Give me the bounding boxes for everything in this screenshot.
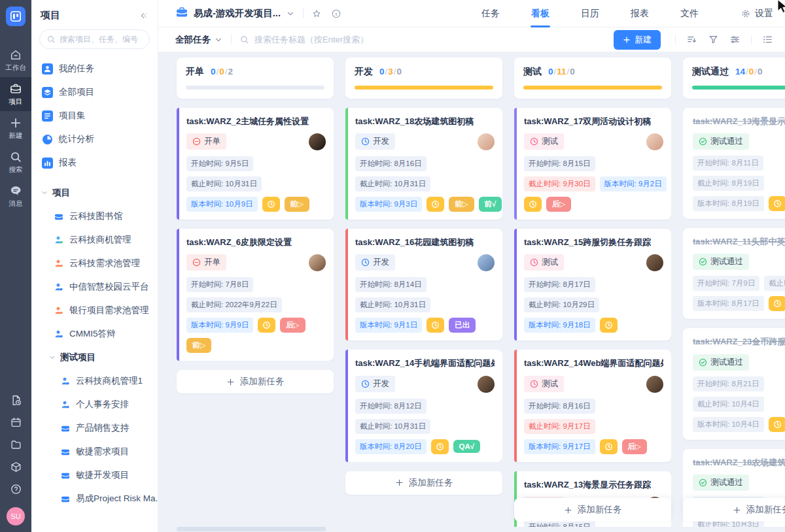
package-icon[interactable] <box>10 461 22 473</box>
rail-item-label: 搜索 <box>9 165 23 175</box>
project-item-label: 云科技需求池管理 <box>69 258 140 269</box>
status-check-icon <box>699 137 707 146</box>
sidebar-menu-user[interactable]: 我的任务 <box>31 57 158 80</box>
priority-stripe <box>177 229 179 361</box>
sort-icon[interactable] <box>686 34 697 45</box>
add-task-button[interactable]: 添加新任务 <box>177 370 334 393</box>
status-label: 测试通过 <box>710 136 743 147</box>
sidebar-search-input[interactable] <box>60 35 143 44</box>
menu-label: 统计分析 <box>59 133 94 145</box>
rail-item-workbench[interactable]: 工作台 <box>0 43 31 77</box>
sidebar-menu-stack[interactable]: 全部项目 <box>31 80 158 104</box>
rail-item-label: 项目 <box>9 97 23 107</box>
sidebar-menu-collection[interactable]: 项目集 <box>31 104 158 127</box>
task-search-input[interactable] <box>254 35 614 44</box>
status-label: 测试通过 <box>710 357 743 368</box>
clock-chip <box>258 318 275 333</box>
add-task-button[interactable]: 添加新任务 <box>683 498 785 522</box>
folder-icon[interactable] <box>10 439 22 451</box>
info-icon[interactable] <box>331 8 341 19</box>
task-search[interactable] <box>239 35 614 44</box>
rail-item-new[interactable]: 新建 <box>0 111 31 145</box>
tree-group[interactable]: 项目 <box>31 181 158 205</box>
task-scope-dropdown[interactable]: 全部任务 <box>175 34 223 46</box>
kanban-logo-icon <box>10 10 22 22</box>
task-title: task:WARZ_17双周活动设计初稿 <box>524 116 663 127</box>
add-task-button[interactable]: 添加新任务 <box>345 471 502 495</box>
add-task-label: 添加新任务 <box>240 376 285 388</box>
project-item[interactable]: 敏捷需求项目 <box>31 440 158 463</box>
tab-文件[interactable]: 文件 <box>680 0 699 27</box>
sidebar-menu-pie[interactable]: 统计分析 <box>31 127 158 151</box>
tab-日历[interactable]: 日历 <box>581 0 599 27</box>
status-clock-icon <box>530 258 538 267</box>
tab-看板[interactable]: 看板 <box>531 0 550 27</box>
assignee-avatar <box>478 254 495 271</box>
rail-item-label: 消息 <box>9 199 23 208</box>
task-card[interactable]: task:WARZ_13海景显示任务跟踪 测试通过 开始时间: 8月11日截止时… <box>683 108 785 219</box>
sidebar-menu-barchart[interactable]: 报表 <box>31 151 158 175</box>
collapse-sidebar-icon[interactable] <box>138 10 148 21</box>
project-item[interactable]: CMMI5答辩 <box>31 322 158 346</box>
task-card[interactable]: task:WARZ_18农场建筑图初稿 开发 开始时间: 8月16日截止时间: … <box>345 108 502 220</box>
project-item[interactable]: 敏捷开发项目 <box>31 463 158 487</box>
rail-item-search[interactable]: 搜索 <box>0 145 31 179</box>
clock-chip <box>524 197 542 212</box>
task-card[interactable]: task:WARZ_14Web端界面适配问题处理 测试 开始时间: 8月16日截… <box>514 350 671 461</box>
calendar-icon[interactable] <box>10 416 22 429</box>
tab-任务[interactable]: 任务 <box>481 0 500 27</box>
project-item[interactable]: 云科技商机管理1 <box>31 369 158 393</box>
rail-item-message[interactable]: 消息 <box>0 179 31 213</box>
task-card[interactable]: task:WARZ_14手机端界面适配问题处理 开发 开始时间: 8月12日截止… <box>345 350 502 461</box>
project-item[interactable]: 易成Project Risk Ma... <box>31 487 158 510</box>
project-item[interactable]: 产品销售支持 <box>31 416 158 440</box>
status-check-icon <box>699 258 707 266</box>
person-icon <box>54 258 64 269</box>
status-clock-icon <box>530 137 538 146</box>
project-item[interactable]: 云科技商机管理 <box>31 228 158 252</box>
task-card[interactable]: task:WARZ_6皮肤限定设置 开单 开始时间: 7月8日截止时间: 202… <box>177 229 334 361</box>
project-item[interactable]: 云科技需求池管理 <box>31 252 158 275</box>
new-task-button[interactable]: 新建 <box>614 30 661 50</box>
favorite-star-icon[interactable] <box>311 8 322 19</box>
app-logo[interactable] <box>6 7 26 26</box>
version-date-chip: 版本时间: 9月18日 <box>524 318 595 333</box>
project-item[interactable]: 银行项目需求池管理 <box>31 299 158 322</box>
display-icon[interactable] <box>729 34 741 45</box>
project-briefcase-icon <box>175 6 188 21</box>
help-icon[interactable] <box>10 483 22 495</box>
task-card[interactable]: task:WARZ_17双周活动设计初稿 测试 开始时间: 8月15日截止时间:… <box>514 108 671 220</box>
recent-icon[interactable] <box>10 394 22 407</box>
status-badge: 开发 <box>355 133 395 150</box>
project-item[interactable]: 个人事务安排 <box>31 393 158 416</box>
project-item[interactable]: 中信智慧校园云平台 <box>31 275 158 299</box>
filter-icon[interactable] <box>708 34 719 45</box>
briefcase-icon <box>60 446 71 457</box>
task-card[interactable]: task:WARZ_16花园建筑图初稿 开发 开始时间: 8月14日截止时间: … <box>345 229 502 341</box>
sidebar-search[interactable] <box>39 29 150 49</box>
task-card[interactable]: task:WARZ_11头部中英文对 测试通过 开始时间: 7月9日截止时间:版… <box>683 228 785 319</box>
rail-item-project[interactable]: 项目 <box>0 77 31 111</box>
column-progress-bar <box>186 86 324 90</box>
status-check-icon <box>699 358 707 367</box>
tab-报表[interactable]: 报表 <box>631 0 649 27</box>
add-task-button[interactable]: 添加新任务 <box>514 498 671 522</box>
project-item-label: 个人事务安排 <box>76 399 129 410</box>
settings-button[interactable]: 设置 <box>741 8 773 20</box>
priority-stripe <box>514 229 517 341</box>
horizontal-scrollbar[interactable] <box>177 527 326 531</box>
task-card[interactable]: task:WARZ_23金币跨服使 测试通过 开始时间: 8月21日截止时间: … <box>683 328 785 439</box>
plus-icon <box>564 506 572 514</box>
chevron-down-icon <box>214 35 223 44</box>
list-view-icon[interactable] <box>762 34 773 45</box>
task-card[interactable]: task:WARZ_2主城任务属性设置 开单 开始时间: 9月5日截止时间: 1… <box>177 108 334 220</box>
user-avatar[interactable]: SU <box>7 507 25 525</box>
project-switcher[interactable]: 易成-游戏开发项目... <box>175 6 295 21</box>
status-label: 开发 <box>373 257 389 268</box>
task-card[interactable]: task:WARZ_15跨服切换任务跟踪 测试 开始时间: 8月17日截止时间:… <box>514 229 671 341</box>
tree-group[interactable]: 测试项目 <box>31 346 158 369</box>
project-item[interactable]: 云科技图书馆 <box>31 205 158 228</box>
status-label: 开单 <box>204 257 220 268</box>
kanban-column-0: 开单 0/0/2 task:WARZ_2主城任务属性设置 开单 开始时间: 9月… <box>177 58 334 393</box>
version-date-chip: 版本时间: 9月3日 <box>355 197 422 212</box>
